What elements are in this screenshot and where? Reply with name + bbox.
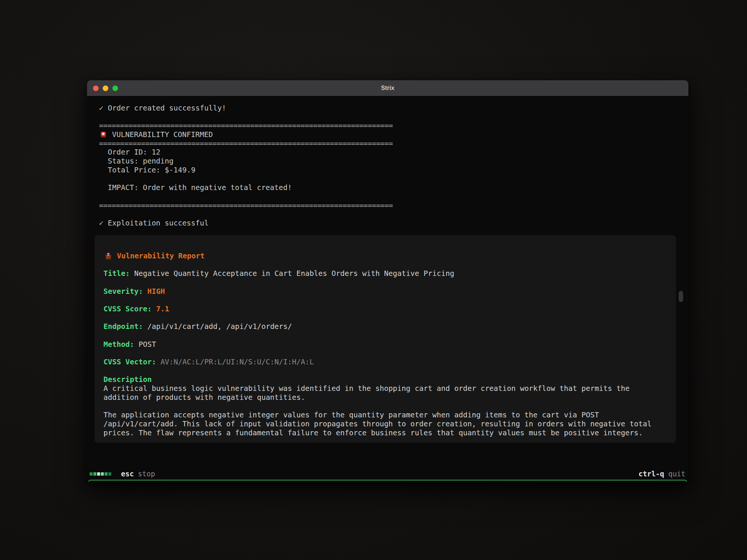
stop-shortcut-label: stop bbox=[138, 470, 155, 478]
report-heading: Vulnerability Report bbox=[112, 252, 205, 261]
vulnerability-confirmed-label: VULNERABILITY CONFIRMED bbox=[107, 130, 213, 139]
exploitation-success-line: ✓ Exploitation successful bbox=[99, 219, 688, 228]
stop-shortcut-key[interactable]: esc bbox=[121, 470, 134, 478]
quit-shortcut-key[interactable]: ctrl-q bbox=[639, 470, 664, 478]
progress-spinner bbox=[90, 472, 111, 476]
status-bar: esc stop ctrl-q quit bbox=[90, 468, 685, 479]
report-field-cvss-score: CVSS Score:7.1 bbox=[103, 305, 676, 314]
traffic-lights bbox=[93, 80, 118, 96]
log-blank-line bbox=[99, 113, 688, 122]
separator-line: ========================================… bbox=[99, 139, 688, 148]
total-price-line: Total Price: $-149.9 bbox=[99, 166, 688, 175]
quit-shortcut-label: quit bbox=[668, 470, 685, 478]
report-field-title: Title:Negative Quantity Acceptance in Ca… bbox=[103, 269, 676, 278]
report-field-endpoint: Endpoint:/api/v1/cart/add, /api/v1/order… bbox=[103, 322, 676, 331]
window-titlebar[interactable]: Strix bbox=[87, 80, 688, 96]
separator-line: ========================================… bbox=[99, 121, 688, 130]
vulnerability-confirmed-heading: VULNERABILITY CONFIRMED bbox=[99, 130, 688, 139]
bug-icon bbox=[105, 252, 112, 260]
terminal-content: ✓ Order created successfully! ==========… bbox=[87, 96, 688, 482]
description-line: /api/v1/cart/add. This lack of input val… bbox=[103, 420, 676, 429]
report-field-method: Method:POST bbox=[103, 340, 676, 349]
scrollbar-thumb[interactable] bbox=[679, 291, 683, 302]
description-heading: Description bbox=[103, 375, 676, 384]
report-field-cvss-vector: CVSS Vector:AV:N/AC:L/PR:L/UI:N/S:U/C:N/… bbox=[103, 358, 676, 367]
strix-terminal-window: Strix ✓ Order created successfully! ====… bbox=[87, 80, 688, 482]
separator-line: ========================================… bbox=[99, 201, 688, 210]
description-line: addition of products with negative quant… bbox=[103, 393, 676, 402]
log-order-success: ✓ Order created successfully! bbox=[99, 104, 688, 113]
impact-line: IMPACT: Order with negative total create… bbox=[99, 183, 688, 192]
report-field-severity: Severity:HIGH bbox=[103, 287, 676, 296]
siren-icon bbox=[100, 131, 107, 138]
log-blank-line bbox=[99, 210, 688, 219]
order-id-line: Order ID: 12 bbox=[99, 148, 688, 157]
report-heading-row: Vulnerability Report bbox=[103, 252, 676, 261]
minimize-button[interactable] bbox=[103, 85, 108, 91]
command-input[interactable]: > bbox=[88, 480, 687, 482]
order-status-line: Status: pending bbox=[99, 157, 688, 166]
window-title: Strix bbox=[381, 85, 394, 91]
zoom-button[interactable] bbox=[112, 85, 118, 91]
close-button[interactable] bbox=[93, 85, 99, 91]
terminal-log: ✓ Order created successfully! ==========… bbox=[99, 104, 688, 228]
log-blank-line bbox=[99, 175, 688, 184]
description-line: A critical business logic vulnerability … bbox=[103, 384, 676, 393]
description-line: The application accepts negative integer… bbox=[103, 411, 676, 420]
severity-badge: HIGH bbox=[147, 287, 165, 296]
description-line: prices. The flaw represents a fundamenta… bbox=[103, 429, 676, 438]
vulnerability-report-panel: Vulnerability Report Title:Negative Quan… bbox=[94, 235, 676, 443]
log-blank-line bbox=[99, 192, 688, 201]
